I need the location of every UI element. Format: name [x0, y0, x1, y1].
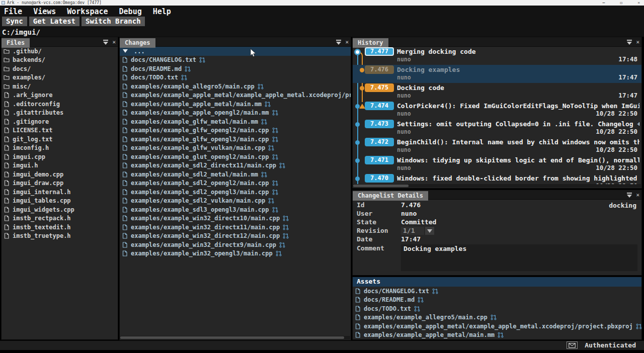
filter-icon[interactable] — [336, 39, 342, 45]
changed-file-row[interactable]: examples/example_sdl3_opengl3/main.cpp — [120, 205, 351, 214]
asset-row[interactable]: docs/CHANGELOG.txt — [353, 287, 641, 296]
changed-file-row[interactable]: examples/example_allegro5/main.cpp — [120, 82, 351, 91]
filter-icon[interactable] — [626, 192, 632, 198]
file-tree-item[interactable]: .editorconfig — [2, 100, 118, 109]
file-tree-item[interactable]: imgui_widgets.cpp — [2, 205, 118, 214]
changelist-badge[interactable]: 7.477 — [365, 47, 394, 56]
changed-file-row[interactable]: examples/example_glfw_vulkan/main.cpp — [120, 144, 351, 153]
changed-file-path: examples/example_allegro5/main.cpp — [131, 83, 255, 90]
file-tree-item[interactable]: imstb_textedit.h — [2, 223, 118, 232]
horizontal-scrollbar[interactable] — [120, 336, 350, 339]
commit-row[interactable]: 7.475 Docking code nuno 17:47 — [353, 83, 641, 101]
scrollbar-thumb[interactable] — [353, 185, 409, 187]
commit-row[interactable]: 7.476 Docking examples nuno 17:47 — [353, 65, 641, 83]
commit-time: 10/28 22:50 — [596, 164, 637, 171]
file-tree-item[interactable]: imgui_internal.h — [2, 188, 118, 197]
file-tree-item[interactable]: imgui_draw.cpp — [2, 179, 118, 188]
changelist-badge[interactable]: 7.470 — [365, 174, 394, 183]
changes-tab[interactable]: Changes — [120, 38, 155, 48]
changelist-badge[interactable]: 7.475 — [365, 83, 394, 92]
file-tree-item[interactable]: LICENSE.txt — [2, 126, 118, 135]
close-panel-icon[interactable]: ✕ — [636, 39, 639, 45]
asset-row[interactable]: docs/README.md — [353, 296, 641, 305]
file-tree-item[interactable]: imgui.h — [2, 161, 118, 170]
file-tree-item[interactable]: git_log.txt — [2, 135, 118, 144]
commit-row[interactable]: 7.474 ColorPicker4(): Fixed ImGuiColorEd… — [353, 101, 641, 119]
close-panel-icon[interactable]: ✕ — [636, 192, 639, 198]
changelist-badge[interactable]: 7.476 — [365, 65, 394, 74]
file-tree-item[interactable]: examples/ — [2, 73, 118, 82]
file-tree-item[interactable]: imgui_tables.cpp — [2, 197, 118, 206]
commit-row[interactable]: 7.473 Settings: omit outputing Collapsed… — [353, 119, 641, 137]
file-tree-item[interactable]: imstb_truetype.h — [2, 232, 118, 241]
close-panel-icon[interactable]: ✕ — [112, 39, 116, 45]
file-tree-item[interactable]: docs/ — [2, 64, 118, 73]
files-tab[interactable]: Files — [2, 38, 30, 48]
commit-row[interactable]: 7.470 Windows: fixed double-clicked bord… — [353, 173, 641, 185]
toolbar-button[interactable]: Switch Branch — [82, 17, 145, 26]
changelist-badge[interactable]: 7.473 — [365, 120, 394, 128]
changed-file-row[interactable]: examples/example_sdl2_vulkan/main.cpp — [120, 197, 351, 206]
menu-item[interactable]: Help — [153, 7, 171, 16]
close-panel-icon[interactable]: ✕ — [345, 39, 349, 45]
file-tree-item[interactable]: imgui_demo.cpp — [2, 170, 118, 179]
changed-file-row[interactable]: examples/example_sdl2_metal/main.mm — [120, 170, 351, 179]
expand-arrow-icon[interactable] — [123, 49, 128, 53]
changed-file-row[interactable]: examples/example_win32_directx11/main.cp… — [120, 223, 351, 232]
file-or-folder-icon — [4, 92, 10, 98]
commit-row[interactable]: 7.477 Merging docking code nuno 17:48 — [353, 47, 641, 65]
changed-file-row[interactable]: examples/example_sdl2_opengl3/main.cpp — [120, 188, 351, 197]
changed-file-row[interactable]: examples/example_apple_metal/example_app… — [120, 91, 351, 100]
comment-field[interactable]: Docking examples — [401, 244, 637, 271]
changed-file-row[interactable]: docs/TODO.txt — [120, 73, 351, 82]
menu-item[interactable]: Debug — [119, 7, 142, 16]
file-tree-item[interactable]: .gitignore — [2, 117, 118, 126]
file-tree-item[interactable]: imconfig.h — [2, 144, 118, 153]
file-tree-item[interactable]: .github/ — [2, 47, 118, 56]
changed-file-row[interactable]: examples/example_win32_opengl3/main.cpp — [120, 249, 351, 258]
revision-dropdown-icon[interactable] — [425, 227, 434, 235]
toolbar-button[interactable]: Get Latest — [29, 17, 79, 26]
changed-file-row[interactable]: examples/example_sdl2_directx11/main.cpp — [120, 161, 351, 170]
changed-file-row[interactable]: docs/CHANGELOG.txt — [120, 56, 351, 65]
toolbar-button[interactable]: Sync — [2, 17, 27, 26]
minimize-icon[interactable]: – — [603, 1, 605, 5]
changes-root-row[interactable]: ... — [120, 47, 351, 56]
changed-file-row[interactable]: examples/example_apple_opengl2/main.mm — [120, 109, 351, 118]
maximize-icon[interactable]: ◻ — [620, 1, 622, 5]
changed-file-row[interactable]: examples/example_sdl2_opengl2/main.cpp — [120, 179, 351, 188]
changed-file-row[interactable]: examples/example_glfw_metal/main.mm — [120, 117, 351, 126]
changed-file-row[interactable]: examples/example_apple_metal/main.mm — [120, 100, 351, 109]
changed-file-row[interactable]: examples/example_win32_directx10/main.cp… — [120, 214, 351, 223]
changed-file-row[interactable]: docs/README.md — [120, 64, 351, 73]
menu-item[interactable]: Workspace — [67, 7, 108, 16]
mail-icon[interactable] — [567, 341, 578, 349]
file-tree-item[interactable]: backends/ — [2, 56, 118, 65]
asset-row[interactable]: examples/example_allegro5/main.cpp — [353, 313, 641, 322]
asset-row[interactable]: examples/example_apple_metal/main.mm — [353, 331, 641, 340]
changelist-badge[interactable]: 7.474 — [365, 102, 394, 110]
scrollbar-thumb[interactable] — [120, 336, 344, 339]
menu-item[interactable]: File — [4, 7, 22, 16]
asset-row[interactable]: examples/example_apple_metal/example_app… — [353, 322, 641, 331]
file-tree-item[interactable]: imgui.cpp — [2, 152, 118, 161]
asset-row[interactable]: docs/TODO.txt — [353, 304, 641, 313]
menu-item[interactable]: Views — [33, 7, 56, 16]
commit-row[interactable]: 7.471 Windows: tidying up skipitems logi… — [353, 155, 641, 173]
changelist-badge[interactable]: 7.472 — [365, 138, 394, 146]
changed-file-row[interactable]: examples/example_win32_directx9/main.cpp — [120, 240, 351, 249]
file-tree-item[interactable]: imstb_rectpack.h — [2, 214, 118, 223]
commit-row[interactable]: 7.472 BeginChild(): Internal name used b… — [353, 137, 641, 155]
filter-icon[interactable] — [103, 39, 109, 45]
filter-icon[interactable] — [626, 39, 632, 45]
changed-file-row[interactable]: examples/example_glut_opengl2/main.cpp — [120, 152, 351, 161]
close-icon[interactable]: ✕ — [637, 1, 640, 5]
horizontal-scrollbar[interactable] — [353, 184, 641, 188]
file-tree-item[interactable]: .gitattributes — [2, 109, 118, 118]
changed-file-row[interactable]: examples/example_win32_directx12/main.cp… — [120, 232, 351, 241]
changelist-badge[interactable]: 7.471 — [365, 156, 394, 164]
file-tree-item[interactable]: misc/ — [2, 82, 118, 91]
changed-file-row[interactable]: examples/example_glfw_opengl3/main.cpp — [120, 135, 351, 144]
file-tree-item[interactable]: .ark_ignore — [2, 91, 118, 100]
changed-file-row[interactable]: examples/example_glfw_opengl2/main.cpp — [120, 126, 351, 135]
